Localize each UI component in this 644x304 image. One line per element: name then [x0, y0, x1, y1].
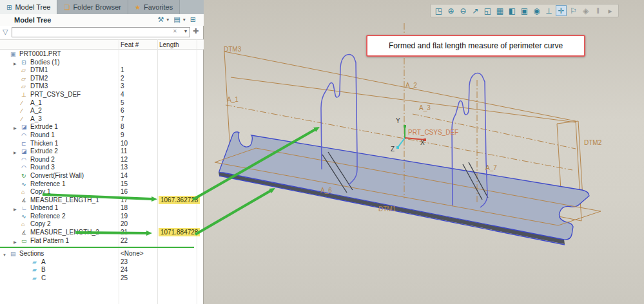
model-tree-panel: ⊞Model Tree❏Folder Browser★Favorites Mod… — [0, 0, 204, 304]
tree-item-label[interactable]: C — [41, 274, 46, 283]
tree-item-label[interactable]: Copy 2 — [30, 220, 51, 229]
length-value-highlight: 1071.884728 — [159, 228, 200, 236]
refit-icon[interactable]: ↗ — [470, 5, 481, 16]
datum-display-icon[interactable]: ⊥ — [543, 5, 554, 16]
tree-item-label[interactable]: Round 1 — [30, 131, 55, 140]
tree-row[interactable]: ▰B24 — [0, 266, 198, 274]
tree-row[interactable]: ∡MEASURE_LENGTH_1171067.362728 — [0, 196, 198, 205]
tree-item-label[interactable]: Round 2 — [30, 156, 55, 164]
tree-options-icon[interactable]: ⊞ — [190, 15, 196, 24]
tree-row[interactable]: ∿Reference 219 — [0, 213, 198, 221]
capture-icon[interactable]: ▣ — [519, 5, 530, 16]
display-style-icon[interactable]: ◧ — [507, 5, 518, 16]
explode-icon[interactable]: ◈ — [580, 5, 591, 16]
tree-row[interactable]: ▣PRT0001.PRT — [0, 50, 198, 59]
tree-item-label[interactable]: Round 3 — [30, 164, 55, 172]
tree-item-label[interactable]: DTM3 — [30, 82, 48, 91]
tree-row[interactable]: ∿Reference 115 — [0, 180, 198, 189]
tree-item-label[interactable]: DTM1 — [30, 66, 48, 75]
tree-row[interactable]: ∕A_26 — [0, 107, 198, 115]
tree-row[interactable]: ◠Round 313 — [0, 164, 198, 172]
feat-number: 9 — [121, 131, 124, 140]
measure-icon: ∡ — [21, 229, 26, 237]
tree-row[interactable]: ▰A23 — [0, 258, 198, 267]
tree-filter-input[interactable] — [12, 27, 190, 37]
pause-icon[interactable]: ‖ — [592, 5, 603, 16]
tree-row[interactable]: ▶⊡Bodies (1) — [0, 59, 198, 67]
model-tree-icon: ⊞ — [6, 4, 12, 11]
tree-row[interactable]: ▶◪Extrude 18 — [0, 123, 198, 131]
appearances-icon[interactable]: ◉ — [531, 5, 542, 16]
spin-center-icon[interactable]: ✛ — [556, 5, 567, 16]
reorient-icon[interactable]: ◱ — [482, 5, 493, 16]
tree-item-label[interactable]: Extrude 2 — [30, 147, 58, 156]
panel-header: Model Tree ⚒▾▤▾⊞ — [0, 14, 204, 26]
tree-item-label[interactable]: Thicken 1 — [30, 140, 58, 148]
zoom-region-icon[interactable]: ◳ — [433, 5, 444, 16]
tree-item-label[interactable]: PRT_CSYS_DEF — [30, 91, 81, 99]
tab-folder-browser[interactable]: ❏Folder Browser — [57, 0, 128, 14]
tree-row[interactable]: ◠Round 19 — [0, 131, 198, 140]
tree-item-label[interactable]: MEASURE_LENGTH_1 — [30, 196, 99, 205]
dropdown-icon[interactable]: ▾ — [166, 17, 169, 23]
tree-row[interactable]: ↻Convert(First Wall)14 — [0, 172, 198, 180]
tree-row[interactable]: ▱DTM11 — [0, 66, 198, 75]
tree-row[interactable]: ∡MEASURE_LENGTH_2211071.884728 — [0, 229, 198, 237]
column-feat[interactable]: Feat # — [121, 41, 139, 48]
datum-plane-icon: ▱ — [21, 75, 26, 83]
tree-item-label[interactable]: Extrude 1 — [30, 123, 58, 131]
tree-item-label[interactable]: PRT0001.PRT — [19, 50, 61, 59]
tree-row[interactable]: ⊏Thicken 110 — [0, 140, 198, 148]
feat-number: 13 — [121, 164, 128, 172]
tree-item-label[interactable]: MEASURE_LENGTH_2 — [30, 229, 99, 237]
tree-row[interactable]: ∕A_15 — [0, 99, 198, 108]
model-tree: ▣PRT0001.PRT▶⊡Bodies (1)▱DTM11▱DTM22▱DTM… — [0, 50, 198, 304]
tree-item-label[interactable]: DTM2 — [30, 75, 48, 83]
measure-icon: ∡ — [21, 196, 26, 205]
section-icon: ▰ — [32, 274, 37, 283]
tree-item-label[interactable]: Reference 1 — [30, 180, 65, 189]
filter-clear-icon[interactable]: ✕ — [173, 28, 177, 34]
sections-icon: ▤ — [10, 250, 16, 258]
tree-item-label[interactable]: Flat Pattern 1 — [30, 237, 69, 245]
tree-row[interactable]: ◠Round 212 — [0, 156, 198, 164]
filter-add-icon[interactable]: ✚ — [193, 27, 199, 35]
datum-plane-icon: ▱ — [21, 66, 26, 75]
feat-number: 10 — [121, 140, 128, 148]
tree-item-label[interactable]: Sections — [19, 250, 44, 258]
zoom-in-icon[interactable]: ⊕ — [445, 5, 456, 16]
tree-columns-icon[interactable]: ▤ — [173, 15, 180, 24]
tree-row[interactable]: ▶▭Flat Pattern 122 — [0, 237, 198, 245]
zoom-out-icon[interactable]: ⊖ — [458, 5, 469, 16]
resume-icon[interactable]: ▸ — [605, 5, 616, 16]
tree-item-label[interactable]: Bodies (1) — [30, 59, 60, 67]
tree-item-label[interactable]: A_2 — [30, 107, 42, 115]
tree-item-label[interactable]: Copy 1 — [30, 188, 51, 196]
tree-row[interactable]: ▶◪Extrude 211 — [0, 147, 198, 156]
tree-row[interactable]: ▱DTM22 — [0, 75, 198, 83]
tree-filters-icon[interactable]: ⚒ — [157, 15, 164, 24]
tree-item-label[interactable]: Unbend 1 — [30, 204, 58, 213]
tab-label: Favorites — [144, 3, 173, 11]
tree-item-label[interactable]: B — [41, 266, 46, 274]
tree-row[interactable]: ⊥PRT_CSYS_DEF4 — [0, 91, 198, 99]
dropdown-icon[interactable]: ▾ — [183, 17, 186, 23]
tree-item-label[interactable]: Convert(First Wall) — [30, 172, 84, 180]
tree-item-label[interactable]: A — [41, 258, 46, 267]
extrude-icon: ◪ — [21, 123, 27, 131]
named-views-icon[interactable]: ▦ — [494, 5, 505, 16]
column-length[interactable]: Length — [159, 41, 179, 48]
tree-row[interactable]: ▶∟Unbend 118 — [0, 204, 198, 213]
feat-number: 15 — [121, 180, 128, 189]
tree-row[interactable]: ▱DTM33 — [0, 82, 198, 91]
tree-row[interactable]: ▼▤Sections<None> — [0, 250, 198, 258]
tree-row[interactable]: ∕A_37 — [0, 115, 198, 124]
tab-model-tree[interactable]: ⊞Model Tree — [0, 0, 57, 14]
tree-item-label[interactable]: A_3 — [30, 115, 42, 124]
filter-dropdown-icon[interactable]: ▾ — [184, 28, 187, 34]
tree-row[interactable]: ▰C25 — [0, 274, 198, 283]
tree-item-label[interactable]: A_1 — [30, 99, 42, 108]
tree-item-label[interactable]: Reference 2 — [30, 213, 65, 221]
annotations-icon[interactable]: ⚐ — [568, 5, 579, 16]
tab-favorites[interactable]: ★Favorites — [128, 0, 180, 14]
